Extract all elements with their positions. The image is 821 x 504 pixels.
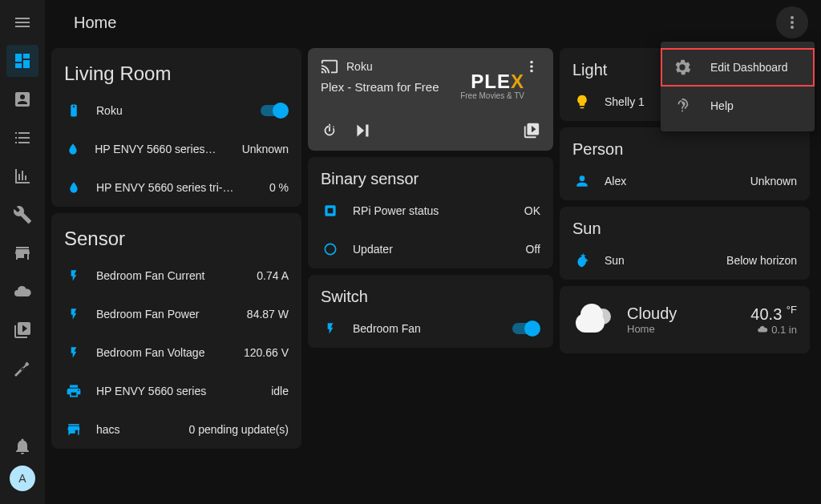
weather-location: Home xyxy=(627,323,738,335)
entity-row[interactable]: Bedroom Fan xyxy=(308,309,553,348)
media-brand: PLEX Free Movies & TV xyxy=(460,71,524,100)
avatar-initial: A xyxy=(18,472,26,485)
precip-icon xyxy=(757,324,768,335)
entity-label: hacs xyxy=(96,423,176,436)
sidebar-menu-toggle[interactable] xyxy=(3,3,42,42)
weather-precipitation: 0.1 in xyxy=(750,324,797,336)
entity-row[interactable]: hacs 0 pending update(s) xyxy=(51,410,301,449)
entity-row[interactable]: Bedroom Fan Power 84.87 W xyxy=(51,295,301,333)
header: Home xyxy=(45,0,821,45)
entity-row[interactable]: Updater Off xyxy=(308,230,553,268)
entity-row[interactable]: Bedroom Fan Voltage 120.66 V xyxy=(51,333,301,372)
bell-icon xyxy=(13,437,32,456)
entity-row[interactable]: HP ENVY 5660 series idle xyxy=(51,372,301,410)
help-icon xyxy=(673,97,691,115)
sidebar-item-hacs[interactable] xyxy=(3,234,42,272)
entity-value: 0 pending update(s) xyxy=(188,423,289,436)
sidebar-item-map[interactable] xyxy=(3,80,42,119)
entity-label: HP ENVY 5660 series xyxy=(96,385,258,397)
overflow-menu-button[interactable] xyxy=(776,6,808,38)
toggle-switch[interactable] xyxy=(260,103,289,119)
entity-label: HP ENVY 5660 series bl... xyxy=(95,143,216,155)
entity-label: RPi Power status xyxy=(353,204,512,217)
cast-icon xyxy=(321,58,338,75)
card-sun: Sun Sun Below horizon xyxy=(560,207,810,280)
weather-temperature: 40.3 °F xyxy=(750,304,797,324)
entity-label: Sun xyxy=(605,254,714,267)
card-title: Binary sensor xyxy=(308,157,553,192)
card-sensor: Sensor Bedroom Fan Current 0.74 A Bedroo… xyxy=(51,213,301,449)
entity-label: HP ENVY 5660 series tri-colo... xyxy=(96,181,237,194)
weather-condition: Cloudy xyxy=(627,304,738,323)
power-icon[interactable] xyxy=(321,122,338,139)
page-title: Home xyxy=(74,14,776,32)
sidebar-item-devtools[interactable] xyxy=(3,196,42,234)
sidebar-item-notifications[interactable] xyxy=(3,427,42,466)
card-weather[interactable]: Cloudy Home 40.3 °F 0.1 in xyxy=(560,286,810,353)
cloud-icon xyxy=(13,282,32,301)
wrench-icon xyxy=(13,205,32,224)
play-pause-icon[interactable] xyxy=(353,120,374,141)
entity-value: idle xyxy=(271,385,289,397)
printer-icon xyxy=(64,383,83,399)
store-icon xyxy=(64,421,83,437)
dots-vertical-icon[interactable] xyxy=(523,58,540,75)
card-person: Person Alex Unknown xyxy=(560,127,810,200)
entity-value: 0.74 A xyxy=(257,269,289,282)
moon-icon xyxy=(572,252,592,268)
entity-label: Bedroom Fan Voltage xyxy=(96,346,231,359)
sidebar-item-cloud[interactable] xyxy=(3,272,42,311)
sidebar-item-media[interactable] xyxy=(3,311,42,349)
entity-value: Unknown xyxy=(750,175,797,187)
entity-label: Bedroom Fan Current xyxy=(96,269,244,282)
menu-item-help[interactable]: Help xyxy=(661,87,815,125)
svg-point-0 xyxy=(325,244,335,254)
flash-icon xyxy=(64,304,83,324)
media-device-name: Roku xyxy=(346,60,373,73)
dashboard-icon xyxy=(13,51,32,71)
entity-value: 84.87 W xyxy=(247,308,289,321)
chip-icon xyxy=(321,203,340,219)
entity-label: Bedroom Fan Power xyxy=(96,308,234,321)
water-icon xyxy=(64,179,83,196)
entity-value: 0 % xyxy=(269,181,289,194)
toggle-switch[interactable] xyxy=(512,321,540,337)
entity-value: Unknown xyxy=(242,143,289,155)
dots-vertical-icon xyxy=(783,13,802,32)
card-living-room: Living Room Roku HP ENVY 5660 series bl.… xyxy=(51,48,301,207)
list-icon xyxy=(13,128,32,147)
sidebar-item-history[interactable] xyxy=(3,157,42,196)
sidebar-item-overview[interactable] xyxy=(3,42,42,80)
entity-row[interactable]: Roku xyxy=(51,91,301,130)
entity-label: Updater xyxy=(353,243,513,256)
hammer-icon xyxy=(13,359,32,378)
remote-icon xyxy=(64,101,83,120)
entity-row[interactable]: Alex Unknown xyxy=(560,162,810,200)
entity-value: 120.66 V xyxy=(244,346,289,359)
lightbulb-icon xyxy=(572,92,592,111)
entity-label: Roku xyxy=(96,104,247,117)
overflow-menu: Edit Dashboard Help xyxy=(661,42,815,131)
sidebar: A xyxy=(0,0,45,504)
flash-icon xyxy=(64,343,83,362)
menu-item-label: Edit Dashboard xyxy=(710,61,788,74)
avatar[interactable]: A xyxy=(10,466,35,491)
sidebar-item-logbook[interactable] xyxy=(3,119,42,157)
card-title: Person xyxy=(560,127,810,162)
entity-row[interactable]: HP ENVY 5660 series bl... Unknown xyxy=(51,130,301,168)
entity-row[interactable]: RPi Power status OK xyxy=(308,192,553,230)
entity-row[interactable]: Bedroom Fan Current 0.74 A xyxy=(51,256,301,295)
entity-label: Bedroom Fan xyxy=(353,322,499,335)
card-title: Sensor xyxy=(51,213,301,256)
menu-item-edit-dashboard[interactable]: Edit Dashboard xyxy=(661,48,815,87)
menu-item-label: Help xyxy=(710,99,734,112)
entity-row[interactable]: Sun Below horizon xyxy=(560,241,810,280)
hamburger-icon xyxy=(13,13,32,32)
card-title: Living Room xyxy=(51,48,301,91)
entity-row[interactable]: HP ENVY 5660 series tri-colo... 0 % xyxy=(51,168,301,207)
sidebar-item-settings[interactable] xyxy=(3,349,42,388)
person-icon xyxy=(572,173,592,189)
flash-icon xyxy=(321,319,340,338)
media-icon xyxy=(13,321,32,340)
media-browser-icon[interactable] xyxy=(523,122,540,139)
